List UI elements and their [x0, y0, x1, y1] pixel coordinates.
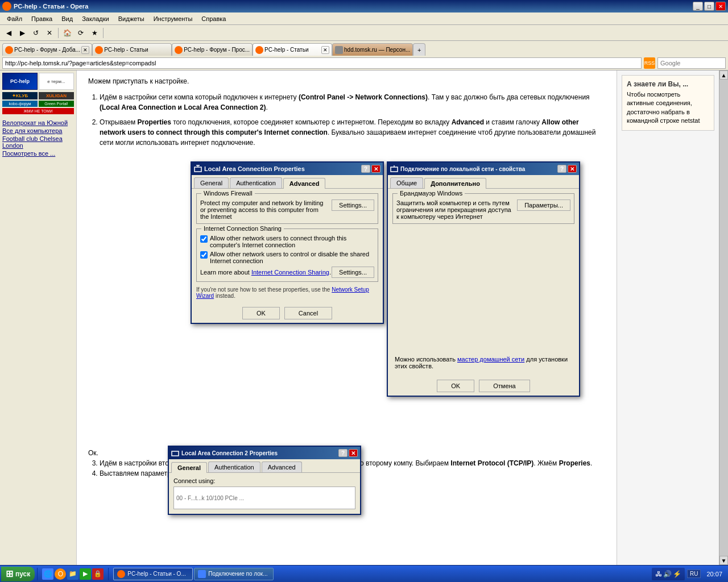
lac-ok-btn[interactable]: OK [242, 307, 280, 319]
refresh-button[interactable]: ⟳ [75, 27, 87, 39]
banner-xuligan[interactable]: XULIGAN [39, 92, 74, 99]
ql-ie[interactable]: 🌐 [42, 568, 53, 580]
scroll-down[interactable]: ▼ [719, 556, 728, 565]
did-you-know-box: А знаете ли Вы, ... Чтобы посмотреть акт… [622, 75, 714, 131]
start-button[interactable]: ⊞ пуск [1, 567, 35, 581]
dialog-lac-help[interactable]: ? [361, 165, 370, 173]
ru-cancel-btn[interactable]: Отмена [479, 380, 530, 392]
tab-icon-2 [175, 46, 183, 54]
scroll-thumb[interactable] [719, 80, 728, 556]
sidebar-link-1[interactable]: Все для компьютера [2, 127, 74, 135]
ru-firewall-text: Защитить мой компьютер и сеть путем огра… [396, 199, 514, 220]
ru-home-net-link[interactable]: мастер домашней сети [457, 356, 524, 363]
wizard-link[interactable]: Network Setup Wizard [196, 286, 369, 299]
taskbar-item-0[interactable]: PC-help - Статьи - О... [113, 568, 193, 580]
tray-icon-battery[interactable]: ⚡ [673, 570, 681, 578]
check2[interactable] [200, 251, 208, 259]
firewall-settings-btn[interactable]: Settings... [332, 199, 374, 211]
tray-icon-sound[interactable]: 🔊 [663, 570, 672, 578]
taskbar-item-label-1: Подключение по лок... [208, 571, 267, 577]
dialog-ru-close[interactable]: ✕ [568, 165, 577, 173]
clock: 20:07 [703, 571, 726, 577]
forward-button[interactable]: ▶ [16, 27, 28, 39]
minimize-button[interactable]: _ [693, 2, 703, 11]
learn-more-link[interactable]: Internet Connection Sharing [251, 269, 329, 276]
taskbar-item-1[interactable]: Подключение по лок... [194, 568, 274, 580]
tab-close-0[interactable]: ✕ [81, 46, 89, 54]
taskbar-right: 🖧 🔊 ⚡ RU 20:07 [650, 568, 728, 580]
bookmark-button[interactable]: ★ [88, 27, 101, 39]
scroll-up[interactable]: ▲ [719, 70, 728, 80]
reload-button[interactable]: ↺ [30, 27, 42, 39]
ru-home-net: Можно использовать мастер домашней сети … [392, 354, 574, 372]
ql-5[interactable]: 🔒 [92, 568, 104, 580]
menu-help[interactable]: Справка [197, 14, 230, 23]
tab-general[interactable]: General [194, 177, 229, 188]
banner-klub[interactable]: ✦KLУБ [2, 92, 38, 99]
close-button[interactable]: ✕ [715, 2, 726, 11]
check1-row: Allow other network users to connect thr… [200, 235, 374, 248]
sidebar-link-2[interactable]: Football club Chelsea London [2, 135, 74, 149]
back-button[interactable]: ◀ [2, 27, 15, 39]
banner-kobo[interactable]: kobo-форум [2, 101, 38, 107]
dialog-ru-help[interactable]: ? [557, 165, 566, 173]
dialog-lac2-tabs: General Authentication Advanced [169, 459, 360, 472]
dialog-lac2-close[interactable]: ✕ [349, 449, 358, 457]
sidebar-link-0[interactable]: Велопрокат на Южной [2, 119, 74, 127]
menu-bookmarks[interactable]: Закладки [77, 14, 114, 23]
tray-icon-network[interactable]: 🖧 [655, 570, 662, 578]
address-input[interactable] [2, 57, 642, 69]
menu-view[interactable]: Вид [57, 14, 77, 23]
search-input[interactable] [657, 57, 726, 69]
lac2-tab-advanced[interactable]: Advanced [262, 462, 302, 472]
check1[interactable] [200, 235, 208, 243]
language-indicator[interactable]: RU [687, 569, 701, 578]
sidebar-link-seemore[interactable]: Посмотреть все ... [2, 149, 74, 157]
banner-zhmi[interactable]: ЖМИ НЕ ТОМИ [2, 108, 74, 114]
dialog-ru-footer: OK Отмена [388, 376, 579, 396]
menu-file[interactable]: Файл [2, 14, 27, 23]
content-area: Можем приступать к настройке. Идём в нас… [77, 70, 617, 565]
tab-1[interactable]: PC-help - Статьи [92, 43, 172, 56]
lac2-tab-general[interactable]: General [171, 462, 207, 473]
menu-tools[interactable]: Инструменты [149, 14, 197, 23]
sharing-settings-btn[interactable]: Settings... [332, 267, 374, 278]
tab-2[interactable]: PC-help - Форум - Прос... [172, 43, 253, 56]
home-button[interactable]: 🏠 [61, 27, 73, 39]
scrollbar[interactable]: ▲ ▼ [719, 70, 728, 565]
dialog-lac-close[interactable]: ✕ [371, 165, 380, 173]
tab-advanced[interactable]: Advanced [283, 178, 326, 189]
app-icon [2, 2, 11, 11]
lac-cancel-btn[interactable]: Cancel [284, 307, 332, 319]
menu-widgets[interactable]: Виджеты [114, 14, 149, 23]
hint-text: If you're not sure how to set these prop… [196, 286, 378, 299]
step-2: Открываем Properties того подключения, к… [100, 117, 605, 148]
tab-authentication[interactable]: Authentication [230, 177, 282, 188]
ru-settings-btn[interactable]: Параметры... [517, 199, 570, 211]
tab-3[interactable]: PC-help - Статьи ✕ [253, 43, 332, 56]
rss-button[interactable]: RSS [644, 57, 655, 69]
tab-0[interactable]: PC-help - Форум - Доба... ✕ [2, 43, 92, 56]
banner-green[interactable]: Green Portal! [39, 101, 74, 107]
taskbar-icon-1 [198, 570, 206, 578]
lac2-device-placeholder: 00 - F...t...k 10/100 PCIe ... [176, 495, 244, 501]
tab-obshie[interactable]: Общие [390, 177, 423, 188]
ql-opera[interactable]: O [55, 568, 66, 580]
tab-dopolnitelno[interactable]: Дополнительно [424, 178, 486, 189]
tab-close-3[interactable]: ✕ [321, 46, 329, 54]
tab-icon-0 [5, 46, 13, 54]
ru-firewall-title: Брандмауэр Windows [398, 190, 465, 197]
tab-4[interactable]: hdd.tomsk.ru — Персон... [332, 43, 413, 56]
ru-ok-btn[interactable]: OK [437, 380, 474, 392]
ql-4[interactable]: ▶ [80, 568, 91, 580]
new-tab-button[interactable]: + [413, 43, 425, 56]
maximize-button[interactable]: □ [704, 2, 714, 11]
dialog-lac2-help[interactable]: ? [338, 449, 348, 457]
menu-edit[interactable]: Правка [27, 14, 57, 23]
lac2-tab-auth[interactable]: Authentication [208, 462, 260, 472]
stop-button[interactable]: ✕ [43, 27, 56, 39]
ql-3[interactable]: 📁 [67, 568, 78, 580]
left-sidebar: PC-help e терм... ✦KLУБ XULIGAN kobo-фор… [0, 70, 77, 565]
dialog-lac2-title-text: Local Area Connection 2 Properties [181, 450, 278, 456]
dialog-lac: Local Area Connection Properties ? ✕ Gen… [191, 161, 384, 324]
